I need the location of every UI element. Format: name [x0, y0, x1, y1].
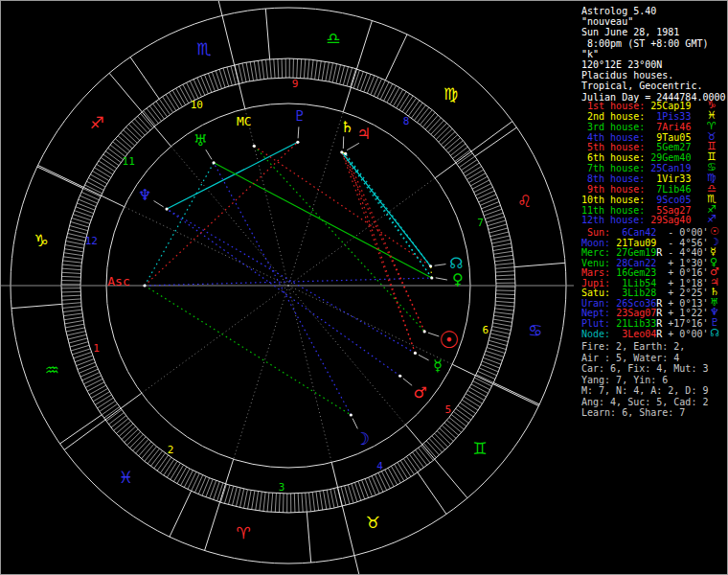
- sign-boundary: [37, 167, 83, 189]
- degree-tick: [89, 385, 106, 395]
- degree-tick: [262, 60, 263, 80]
- degree-tick: [99, 161, 115, 172]
- planet-velocity: - 4°56': [662, 238, 708, 248]
- degree-tick: [394, 89, 403, 105]
- degree-tick: [125, 429, 138, 443]
- degree-tick: [95, 395, 111, 405]
- degree-tick: [98, 398, 114, 408]
- planet-velocity: + 0°00': [662, 329, 708, 339]
- degree-tick: [481, 364, 499, 372]
- totals-line: Yang: 7, Yin: 6: [581, 376, 668, 385]
- node-pointer-line: [435, 264, 446, 266]
- degree-tick: [466, 167, 482, 177]
- degree-tick: [460, 402, 476, 413]
- degree-tick: [315, 60, 318, 80]
- mc-position-dot: [253, 145, 256, 148]
- degree-tick: [374, 79, 381, 96]
- degree-tick: [476, 187, 493, 196]
- degree-tick: [491, 236, 511, 240]
- degree-tick: [403, 459, 414, 475]
- degree-tick: [387, 85, 396, 103]
- degree-tick: [256, 492, 259, 511]
- header-line: Sun June 28, 1981: [581, 28, 679, 37]
- planet-velocity: + 2°25': [662, 288, 708, 298]
- asc-label: Asc: [107, 274, 129, 288]
- degree-tick: [464, 163, 480, 173]
- planet-label: Merc:: [581, 247, 610, 258]
- degree-tick: [61, 299, 80, 300]
- degree-tick: [141, 113, 153, 127]
- degree-tick: [206, 479, 213, 497]
- house-value: 9Sco05: [645, 195, 691, 205]
- degree-tick: [166, 95, 176, 111]
- degree-tick: [406, 456, 417, 472]
- uranus-position-dot: [213, 161, 216, 164]
- degree-tick: [80, 369, 98, 377]
- cusp-inner-dotted: [288, 112, 343, 286]
- degree-tick: [121, 132, 135, 145]
- degree-tick: [482, 201, 500, 208]
- degree-tick: [385, 470, 394, 487]
- degree-tick: [495, 259, 514, 261]
- degree-tick: [128, 124, 142, 137]
- house-number-1: 1: [93, 342, 100, 355]
- degree-tick: [131, 122, 145, 135]
- planet-row: Mars: 16Gem23 + 0°16'♂: [581, 268, 725, 278]
- degree-tick: [152, 104, 164, 119]
- degree-tick: [114, 419, 128, 431]
- degree-tick: [246, 62, 250, 81]
- uranus-pointer-line: [206, 150, 212, 159]
- degree-tick: [494, 255, 513, 258]
- aspect-line-trine: [254, 146, 424, 332]
- degree-tick: [440, 428, 454, 442]
- degree-tick: [395, 465, 404, 481]
- degree-tick: [63, 253, 82, 256]
- house-row: 6th house: 29Gem40♊: [581, 153, 725, 163]
- aspect-line-opposition: [145, 278, 432, 286]
- degree-tick: [78, 362, 96, 369]
- degree-tick: [439, 128, 452, 142]
- house-number-2: 2: [168, 444, 174, 456]
- sign-boundary: [418, 472, 446, 515]
- wheel-sign-gemini: ♊: [472, 439, 487, 458]
- degree-tick: [172, 90, 182, 106]
- planet-label: Node:: [581, 329, 610, 339]
- planet-velocity: +17°16': [662, 318, 708, 329]
- house-row: 2nd house: 1Pis33♓: [581, 112, 725, 122]
- degree-tick: [442, 131, 456, 145]
- degree-tick: [316, 492, 319, 511]
- house-value: 7Ari46: [645, 122, 691, 132]
- house-cusp-line: [218, 1, 245, 108]
- degree-tick: [137, 116, 149, 130]
- degree-tick: [318, 60, 321, 80]
- house-number-5: 5: [445, 403, 452, 416]
- planet-label: Moon:: [581, 238, 610, 248]
- degree-tick: [282, 58, 283, 78]
- degree-tick: [444, 134, 458, 147]
- degree-tick: [69, 338, 87, 343]
- degree-tick: [63, 257, 82, 260]
- degree-tick: [423, 444, 436, 458]
- planet-label: Jupi:: [581, 278, 610, 288]
- degree-tick: [388, 468, 398, 485]
- degree-tick: [453, 147, 468, 158]
- degree-tick: [65, 245, 84, 249]
- degree-tick: [494, 251, 513, 254]
- planet-position: 27Gem19: [610, 247, 656, 258]
- degree-tick: [64, 320, 83, 323]
- degree-tick: [302, 494, 303, 513]
- degree-tick: [479, 195, 496, 202]
- degree-tick: [111, 416, 126, 428]
- degree-tick: [101, 157, 117, 168]
- degree-tick: [336, 64, 341, 82]
- degree-tick: [139, 442, 151, 456]
- house-label: 1st house:: [581, 101, 645, 111]
- degree-tick: [326, 62, 330, 81]
- totals-line: Car: 6, Fix: 4, Mut: 3: [581, 364, 708, 374]
- planet-position: 16Gem23: [610, 267, 656, 278]
- wheel-venus-glyph: ♀: [452, 270, 464, 288]
- wheel-pluto-glyph: ♇: [293, 107, 306, 125]
- venus-pointer-line: [436, 278, 447, 280]
- degree-tick: [67, 233, 85, 238]
- degree-tick: [278, 58, 279, 78]
